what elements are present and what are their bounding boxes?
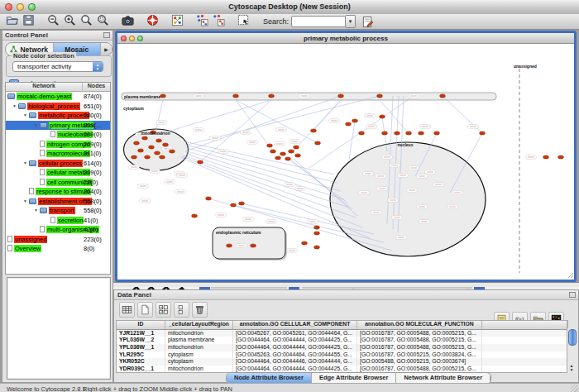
network-node[interactable] (558, 155, 564, 159)
table-cell[interactable]: YJR121W__1 (117, 330, 165, 337)
network-node[interactable] (275, 156, 281, 160)
network-node[interactable] (311, 129, 317, 132)
tree-row[interactable]: response to stimulu264(0) (6, 187, 110, 197)
column-header[interactable]: annotation.GO MOLECULAR_FUNCTION (357, 321, 482, 329)
network-node[interactable] (156, 139, 162, 142)
tree-row-label[interactable]: metabolic process (38, 112, 89, 119)
table-row[interactable]: YJR121W__1mitochondrion[GO:0045267, GO:0… (117, 330, 567, 337)
table-cell[interactable] (482, 337, 567, 344)
layout-forward-icon[interactable] (195, 13, 208, 26)
tree-row[interactable]: nitrogen compo209(0) (6, 140, 110, 150)
network-node[interactable] (138, 149, 144, 152)
network-node[interactable] (543, 155, 549, 159)
column-header[interactable]: _cellularLayoutRegion (165, 321, 233, 329)
table-cell[interactable]: YPL036W__1 (117, 344, 165, 351)
disclosure-triangle-icon[interactable]: ▼ (12, 102, 18, 112)
table-cell[interactable]: [GO:0044464, GO:0044444, GO:0044425, G..… (233, 344, 357, 351)
nucleus-region[interactable] (330, 142, 486, 256)
help-icon[interactable] (146, 13, 159, 26)
network-node[interactable] (270, 150, 276, 153)
table-cell[interactable]: [GO:0045267, GO:0045261, GO:0044464, G..… (233, 330, 357, 337)
network-node[interactable] (192, 214, 198, 218)
table-cell[interactable]: mitochondrion (165, 344, 233, 351)
network-node[interactable] (160, 155, 165, 159)
disclosure-triangle-icon[interactable]: ▼ (34, 121, 40, 131)
network-node[interactable] (134, 141, 140, 145)
network-node[interactable] (145, 155, 151, 159)
network-canvas[interactable]: plasma membranecytoplasmmitochondrionnuc… (117, 44, 574, 280)
table-cell[interactable] (482, 330, 567, 337)
network-node[interactable] (142, 136, 148, 140)
network-node[interactable] (132, 155, 137, 159)
select-attributes-icon[interactable] (156, 302, 171, 318)
table-cell[interactable]: [GO:0016787, GO:0005488, GO:0005215, G..… (357, 344, 482, 351)
table-row[interactable]: YPL036W__1mitochondrion[GO:0044464, GO:0… (117, 344, 567, 351)
network-node[interactable] (302, 241, 308, 245)
disclosure-triangle-icon[interactable]: ▼ (34, 206, 40, 216)
canvas-resize-grip[interactable] (568, 273, 573, 278)
table-cell[interactable]: YLR295C (117, 351, 165, 359)
network-node[interactable] (382, 131, 388, 135)
tree-row-label[interactable]: unassigned (14, 236, 47, 243)
network-node[interactable] (163, 143, 169, 146)
select-mode-icon[interactable] (237, 13, 250, 26)
table-row[interactable]: YLR295Ccytoplasm[GO:0045263, GO:0044464,… (117, 351, 567, 359)
tree-column-network[interactable]: Network (6, 83, 83, 91)
network-node[interactable] (231, 203, 237, 207)
table-cell[interactable]: YDR039C__1 (117, 366, 165, 373)
tree-row[interactable]: ▼primary metabo209(... (6, 121, 110, 131)
vizmapper-icon[interactable] (170, 13, 184, 26)
network-node[interactable] (170, 150, 175, 153)
tree-row-label[interactable]: Overview (14, 245, 41, 252)
table-cell[interactable] (482, 351, 567, 359)
network-node[interactable] (198, 160, 203, 164)
network-node[interactable] (440, 94, 446, 98)
search-input[interactable] (291, 16, 346, 27)
unselect-attributes-icon[interactable] (174, 302, 189, 318)
network-node[interactable] (395, 131, 400, 135)
snapshot-icon[interactable] (121, 13, 134, 26)
layout-back-icon[interactable] (212, 13, 225, 26)
table-cell[interactable] (482, 344, 567, 351)
table-cell[interactable]: [GO:0016787, GO:0005488, GO:0005215, G..… (357, 337, 482, 344)
scrollbar-arrows[interactable]: ▲▼ (567, 364, 576, 372)
network-node[interactable] (314, 226, 320, 229)
tree-row[interactable]: multi-organism pro42(0) (6, 225, 110, 235)
table-cell[interactable]: plasma membrane (165, 337, 233, 344)
search-dropdown-button[interactable]: ▾ (346, 15, 356, 28)
network-node[interactable] (251, 244, 256, 247)
network-node[interactable] (359, 131, 365, 135)
new-attribute-icon[interactable] (137, 302, 153, 318)
column-header[interactable]: annotation.GO CELLULAR_COMPONENT (233, 321, 357, 329)
scrollbar-thumb[interactable] (568, 329, 577, 346)
network-node[interactable] (315, 141, 321, 145)
zoom-selected-icon[interactable] (96, 13, 109, 26)
resize-grip[interactable] (571, 385, 578, 392)
tree-row[interactable]: Overview8(0) (6, 244, 110, 254)
tab-overflow-arrow[interactable]: ▶ (101, 43, 112, 55)
zoom-out-icon[interactable] (46, 13, 60, 26)
node-color-dropdown[interactable]: transporter activity ▲▼ (12, 61, 103, 72)
disclosure-triangle-icon[interactable]: ▼ (23, 111, 29, 121)
network-node[interactable] (314, 232, 320, 235)
network-node[interactable] (155, 151, 160, 155)
network-node[interactable] (285, 157, 291, 160)
table-cell[interactable]: [GO:0044464, GO:0044446, GO:0044444, G..… (233, 358, 357, 366)
tree-row[interactable]: ▼metabolic process280(0) (6, 111, 110, 121)
network-node[interactable] (233, 94, 239, 98)
table-cell[interactable]: [GO:0005488, GO:0005215, GO:0003674] (357, 358, 482, 366)
table-row[interactable]: YKR052Ccytoplasm[GO:0044464, GO:0044446,… (117, 358, 567, 366)
network-node[interactable] (267, 144, 273, 147)
data-panel-float-icon[interactable] (569, 292, 576, 298)
network-node[interactable] (338, 94, 344, 98)
table-cell[interactable]: [GO:0016787, GO:0005215, GO:0003824, G..… (357, 351, 482, 359)
delete-attribute-icon[interactable] (192, 302, 208, 318)
tree-row-label[interactable]: mosaic-demo-yeast (17, 93, 72, 100)
table-cell[interactable]: [GO:0044464, GO:0044444, GO:0044425, G..… (233, 337, 357, 344)
table-cell[interactable]: cytoplasm (165, 358, 233, 366)
tree-row[interactable]: cell communicat22(0) (6, 178, 110, 188)
network-node[interactable] (269, 94, 275, 98)
network-node[interactable] (160, 94, 166, 98)
tree-row[interactable]: secretion41(0) (6, 216, 110, 226)
zoom-in-icon[interactable] (63, 13, 76, 26)
